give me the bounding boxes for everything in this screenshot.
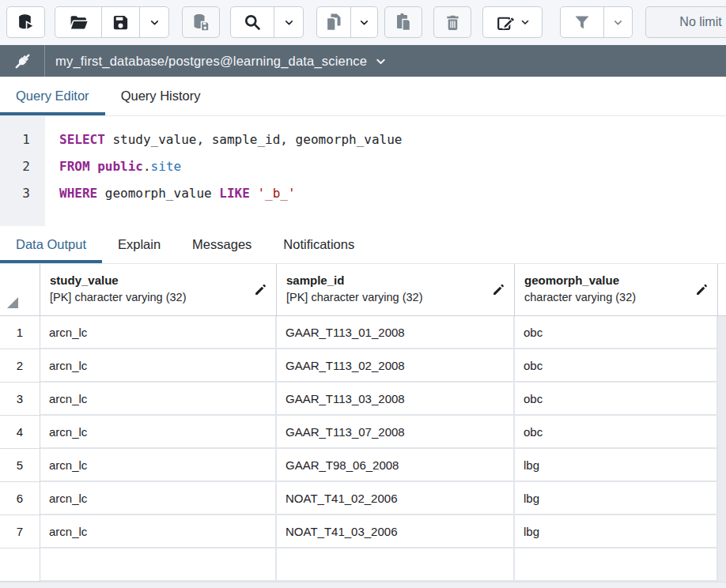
vertical-scrollbar[interactable] — [718, 316, 726, 582]
copy-button[interactable] — [317, 7, 350, 37]
open-file-button[interactable] — [55, 7, 101, 37]
column-type: character varying (32) — [524, 289, 690, 306]
row-number[interactable]: 6 — [0, 482, 40, 515]
line-number-gutter: 123 — [0, 116, 45, 226]
tab-explain[interactable]: Explain — [102, 226, 176, 263]
column-type: [PK] character varying (32) — [286, 289, 487, 306]
connection-status — [0, 45, 45, 77]
find-button-group — [230, 6, 304, 38]
copy-icon — [324, 13, 343, 32]
row-number[interactable]: 7 — [0, 515, 40, 548]
connection-plug-icon — [12, 51, 33, 72]
query-tool-button[interactable] — [6, 6, 45, 38]
row-number[interactable]: 1 — [0, 316, 40, 349]
connection-bar: my_first_database/postgres@learning_data… — [0, 45, 726, 77]
save-button[interactable] — [101, 7, 139, 37]
tab-query-history[interactable]: Query History — [105, 77, 217, 115]
edit-column-icon[interactable] — [695, 283, 709, 300]
sql-token-plain: . — [143, 159, 151, 174]
row-limit-select[interactable]: No limit — [645, 6, 726, 38]
save-data-changes-button[interactable] — [182, 6, 220, 38]
sql-code[interactable]: SELECT study_value, sample_id, geomorph_… — [45, 116, 726, 226]
cell-sample_id[interactable]: GAAR_T113_03_2008 — [277, 383, 515, 416]
table-row: 3arcn_lcGAAR_T113_03_2008obc — [0, 383, 726, 416]
cell-geomorph_value[interactable]: obc — [515, 383, 718, 416]
cell-geomorph_value[interactable]: obc — [515, 349, 718, 383]
filter-button[interactable] — [561, 7, 603, 37]
line-number: 1 — [0, 126, 45, 153]
cell-geomorph_value[interactable]: obc — [515, 416, 718, 449]
sql-editor[interactable]: 123 SELECT study_value, sample_id, geomo… — [0, 116, 726, 226]
cell-geomorph_value[interactable]: lbg — [515, 449, 718, 482]
sql-line: FROM public.site — [59, 153, 726, 180]
cell-study_value[interactable]: arcn_lc — [40, 416, 277, 449]
delete-button[interactable] — [433, 6, 471, 38]
select-all-triangle-icon — [7, 297, 18, 308]
cell-study_value[interactable]: arcn_lc — [40, 482, 277, 515]
table-row: 5arcn_lcGAAR_T98_06_2008lbg — [0, 449, 726, 482]
tab-query-editor[interactable]: Query Editor — [0, 77, 105, 115]
chevron-down-icon — [149, 17, 161, 28]
cell-study_value[interactable]: arcn_lc — [40, 316, 277, 349]
editor-tabs: Query EditorQuery History — [0, 77, 726, 116]
tab-messages[interactable]: Messages — [176, 226, 267, 263]
edit-menu-button[interactable] — [482, 6, 543, 38]
chevron-down-icon — [520, 17, 531, 28]
cell-geomorph_value[interactable]: obc — [515, 316, 718, 349]
delete-icon — [444, 13, 462, 32]
copy-button-group — [316, 6, 378, 38]
sql-token-plain: geomorph_value — [97, 186, 219, 201]
row-number[interactable]: 2 — [0, 349, 40, 383]
column-header-geomorph_value[interactable]: geomorph_valuecharacter varying (32) — [515, 264, 718, 315]
tab-data-output[interactable]: Data Output — [0, 226, 102, 263]
paste-button[interactable] — [384, 6, 422, 38]
edit-column-icon[interactable] — [254, 283, 267, 300]
column-header-sample_id[interactable]: sample_id[PK] character varying (32) — [277, 264, 515, 315]
connection-string: my_first_database/postgres@learning_data… — [55, 54, 367, 69]
horizontal-scrollbar[interactable] — [0, 582, 726, 588]
cell-geomorph_value[interactable]: lbg — [515, 515, 718, 548]
grid-rows: 1arcn_lcGAAR_T113_01_2008obc2arcn_lcGAAR… — [0, 316, 726, 582]
find-menu-button[interactable] — [274, 7, 303, 37]
sql-token-plain: study_value, sample_id, geomorph_value — [105, 132, 403, 147]
row-limit-value: No limit — [679, 15, 721, 29]
cell-study_value[interactable]: arcn_lc — [40, 383, 277, 416]
edit-column-icon[interactable] — [492, 283, 505, 300]
empty-cell — [515, 548, 718, 582]
line-number: 2 — [0, 153, 45, 180]
column-name: sample_id — [286, 272, 487, 289]
table-row: 4arcn_lcGAAR_T113_07_2008obc — [0, 416, 726, 449]
cell-study_value[interactable]: arcn_lc — [40, 349, 277, 383]
cell-sample_id[interactable]: GAAR_T113_01_2008 — [277, 316, 515, 349]
connection-menu-button[interactable] — [374, 55, 388, 68]
row-number[interactable]: 4 — [0, 416, 40, 449]
query-tool-toolbar: No limit — [0, 0, 726, 45]
cell-sample_id[interactable]: NOAT_T41_03_2006 — [277, 515, 515, 548]
empty-row — [0, 548, 726, 582]
find-button[interactable] — [231, 7, 274, 37]
row-number[interactable]: 3 — [0, 383, 40, 416]
cell-sample_id[interactable]: GAAR_T113_02_2008 — [277, 349, 515, 383]
cell-study_value[interactable]: arcn_lc — [40, 449, 277, 482]
database-play-icon — [16, 13, 36, 32]
filter-menu-button[interactable] — [603, 7, 632, 37]
search-icon — [243, 13, 262, 32]
table-row: 1arcn_lcGAAR_T113_01_2008obc — [0, 316, 726, 349]
column-name: geomorph_value — [524, 272, 690, 289]
cell-study_value[interactable]: arcn_lc — [40, 515, 277, 548]
row-number[interactable]: 5 — [0, 449, 40, 482]
column-type: [PK] character varying (32) — [50, 289, 249, 306]
cell-geomorph_value[interactable]: lbg — [515, 482, 718, 515]
save-menu-button[interactable] — [139, 7, 168, 37]
tab-notifications[interactable]: Notifications — [267, 226, 370, 263]
column-header-study_value[interactable]: study_value[PK] character varying (32) — [40, 264, 277, 315]
column-name: study_value — [50, 272, 249, 289]
sql-token-table: site — [151, 159, 182, 174]
cell-sample_id[interactable]: GAAR_T113_07_2008 — [277, 416, 515, 449]
cell-sample_id[interactable]: GAAR_T98_06_2008 — [277, 449, 515, 482]
sql-line: WHERE geomorph_value LIKE '_b_' — [59, 180, 726, 207]
select-all-button[interactable] — [0, 264, 40, 315]
sql-token-keyword: WHERE — [59, 186, 97, 201]
copy-menu-button[interactable] — [350, 7, 377, 37]
cell-sample_id[interactable]: NOAT_T41_02_2006 — [277, 482, 515, 515]
